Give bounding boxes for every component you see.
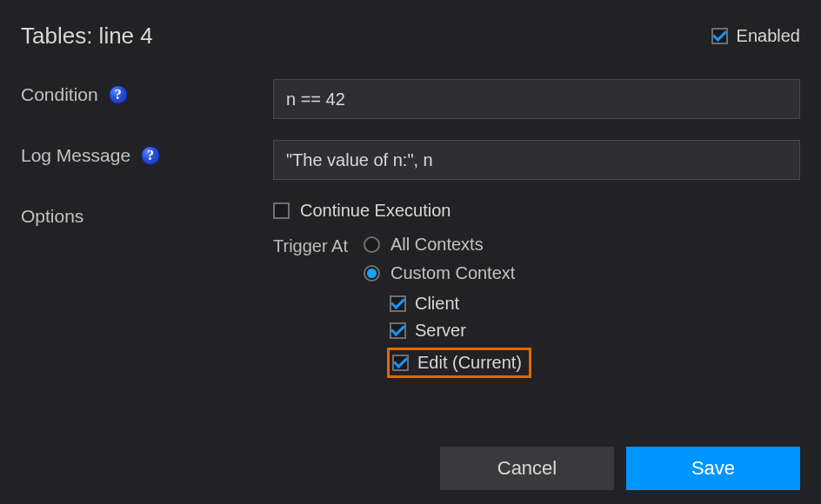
log-message-label-cell: Log Message ?: [21, 145, 273, 166]
log-message-label: Log Message: [21, 145, 130, 166]
custom-context-subchecks: Client Server Edit (Current): [390, 294, 531, 378]
header-row: Tables: line 4 Enabled: [21, 23, 800, 50]
condition-label: Condition: [21, 84, 98, 105]
radio-icon: [364, 265, 380, 282]
dialog-title: Tables: line 4: [21, 23, 153, 50]
checkbox-edit-current[interactable]: Edit (Current): [392, 353, 522, 373]
radio-custom-context[interactable]: Custom Context: [364, 263, 531, 283]
radio-all-contexts-label: All Contexts: [390, 235, 484, 255]
radio-custom-context-label: Custom Context: [390, 263, 515, 283]
checkbox-server-label: Server: [415, 321, 466, 341]
checkbox-icon: [711, 28, 728, 44]
checkbox-client[interactable]: Client: [390, 294, 531, 314]
help-icon[interactable]: ?: [109, 85, 128, 104]
checkbox-edit-current-label: Edit (Current): [417, 353, 522, 373]
log-message-input[interactable]: [273, 140, 800, 180]
checkbox-client-label: Client: [415, 294, 459, 314]
continue-execution-label: Continue Execution: [300, 201, 451, 221]
radio-icon: [364, 236, 380, 253]
save-button[interactable]: Save: [626, 447, 800, 490]
enabled-checkbox[interactable]: Enabled: [711, 26, 800, 46]
edit-current-highlight: Edit (Current): [387, 348, 531, 378]
checkbox-icon: [273, 202, 290, 219]
trigger-at-label: Trigger At: [273, 236, 348, 378]
options-stack: Continue Execution Trigger At All Contex…: [273, 201, 800, 378]
trigger-at-row: Trigger At All Contexts Custom Context C…: [273, 235, 800, 378]
cancel-button[interactable]: Cancel: [440, 447, 614, 490]
checkbox-icon: [390, 295, 406, 312]
form-grid: Condition ? Log Message ? Options Contin…: [21, 79, 800, 378]
radio-all-contexts[interactable]: All Contexts: [364, 235, 531, 255]
condition-label-cell: Condition ?: [21, 84, 273, 105]
checkbox-icon: [390, 322, 406, 339]
options-label: Options: [21, 206, 83, 227]
checkbox-server[interactable]: Server: [390, 321, 531, 341]
continue-execution-checkbox[interactable]: Continue Execution: [273, 201, 800, 221]
options-label-cell: Options: [21, 206, 273, 227]
trigger-at-radio-group: All Contexts Custom Context Client Serve…: [364, 235, 531, 378]
help-icon[interactable]: ?: [141, 146, 160, 165]
condition-input[interactable]: [273, 79, 800, 119]
enabled-label: Enabled: [737, 26, 800, 46]
checkbox-icon: [392, 355, 409, 371]
button-row: Cancel Save: [440, 447, 800, 490]
